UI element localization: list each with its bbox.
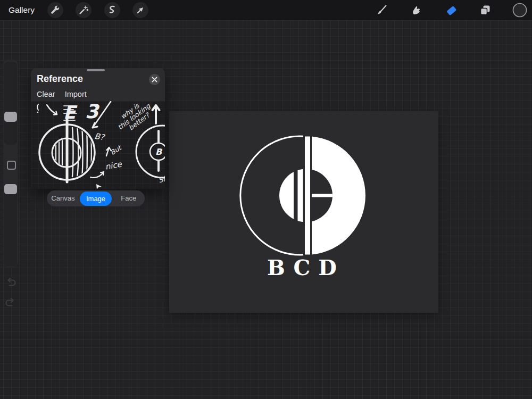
layers-button[interactable] <box>478 3 493 18</box>
sketch-cursor-arrow <box>96 184 102 189</box>
transform-button[interactable] <box>132 2 148 18</box>
undo-button[interactable] <box>4 276 17 288</box>
color-button[interactable] <box>512 2 528 18</box>
brush-size-handle[interactable] <box>4 112 17 122</box>
paint-tool-button[interactable] <box>375 3 389 18</box>
procreate-workspace: { "topbar": { "gallery_label": "Gallery"… <box>0 0 532 399</box>
selection-button[interactable] <box>104 2 120 18</box>
sketch-note: why is this looking better? <box>112 101 156 137</box>
reference-panel: Reference Clear Import E 3 why is t <box>31 68 165 189</box>
import-button[interactable]: Import <box>65 90 87 98</box>
layers-icon <box>479 4 492 16</box>
gallery-button[interactable]: Gallery <box>9 0 35 20</box>
bcd-logo: BCD <box>169 111 438 313</box>
tab-face[interactable]: Face <box>112 190 145 206</box>
sketch-b-letter: B <box>155 147 163 157</box>
smudge-icon <box>410 4 423 16</box>
smudge-tool-button[interactable] <box>409 3 424 18</box>
eraser-icon <box>444 3 458 17</box>
reference-sketch: E 3 why is this looking better? <box>31 101 165 189</box>
redo-button[interactable] <box>4 296 17 309</box>
modify-button[interactable] <box>7 161 16 170</box>
logo-stem <box>305 137 310 255</box>
brush-size-slider[interactable] <box>4 62 17 145</box>
close-x-icon <box>152 77 157 82</box>
redo-arrow-icon <box>4 296 17 309</box>
reference-actions: Clear Import <box>37 90 87 98</box>
sketch-b-question: B? <box>94 131 106 143</box>
tab-canvas[interactable]: Canvas <box>47 190 79 206</box>
sketch-si: Si <box>157 175 165 185</box>
transform-arrow-icon <box>135 4 146 16</box>
color-swatch-icon <box>512 3 527 18</box>
magic-wand-icon <box>78 4 89 16</box>
paint-brush-icon <box>376 4 388 16</box>
sketch-nice: nice <box>104 159 123 171</box>
sketch-but: But <box>109 143 123 156</box>
close-button[interactable] <box>149 74 160 85</box>
drawing-canvas[interactable]: BCD <box>169 111 438 313</box>
selection-s-icon <box>106 4 118 16</box>
adjustments-button[interactable] <box>76 2 92 18</box>
opacity-slider[interactable] <box>4 184 17 267</box>
undo-arrow-icon <box>4 276 17 288</box>
actions-button[interactable] <box>47 2 63 18</box>
top-toolbar: Gallery <box>0 0 532 20</box>
eraser-tool-button[interactable] <box>444 3 459 18</box>
drag-handle[interactable] <box>87 69 105 71</box>
logo-left-arc <box>240 136 303 255</box>
logo-wordmark: BCD <box>267 255 345 280</box>
reference-image[interactable]: E 3 why is this looking better? <box>31 101 165 189</box>
brush-sidebar <box>3 60 18 267</box>
opacity-handle[interactable] <box>4 184 17 194</box>
tab-image[interactable]: Image <box>80 192 112 206</box>
reference-mode-tabs: Canvas Image Face <box>47 190 145 206</box>
reference-title: Reference <box>37 73 83 85</box>
clear-button[interactable]: Clear <box>37 90 55 98</box>
wrench-icon <box>49 4 61 16</box>
